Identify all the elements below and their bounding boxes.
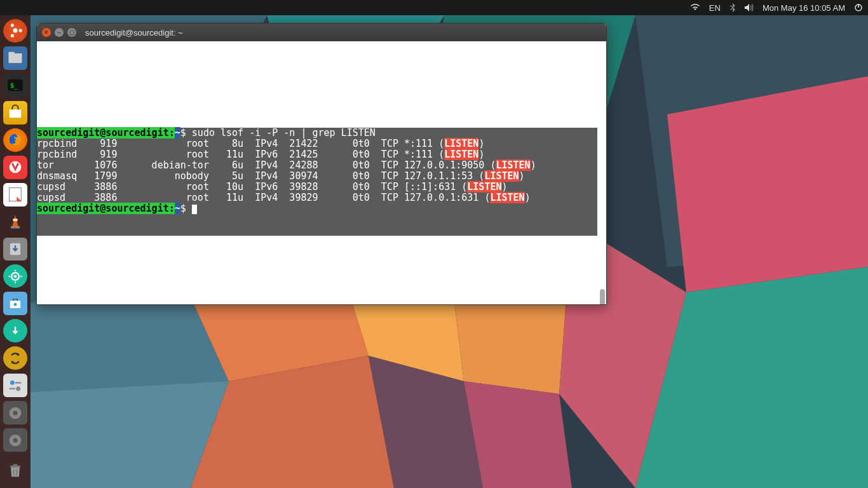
downloads-icon[interactable] — [3, 238, 27, 261]
screenshot-icon[interactable] — [3, 264, 27, 288]
vivaldi-icon[interactable] — [3, 156, 27, 179]
power-icon[interactable] — [854, 3, 863, 12]
svg-marker-15 — [0, 381, 229, 488]
svg-rect-32 — [13, 219, 18, 221]
wifi-icon[interactable] — [690, 4, 700, 11]
window-titlebar[interactable]: ✕ – ▢ sourcedigit@sourcedigit: ~ — [37, 24, 606, 41]
terminal-icon[interactable]: $_ — [3, 74, 27, 97]
window-title: sourcedigit@sourcedigit: ~ — [85, 28, 183, 37]
settings-icon[interactable] — [3, 374, 27, 397]
svg-point-20 — [11, 24, 14, 27]
svg-point-46 — [13, 410, 18, 415]
firefox-icon[interactable] — [3, 128, 27, 152]
sync-icon[interactable] — [3, 346, 27, 370]
help-icon[interactable] — [3, 401, 27, 424]
close-button[interactable]: ✕ — [42, 28, 51, 37]
top-panel: EN Mon May 16 10:05 AM — [0, 0, 868, 15]
terminal-body[interactable]: sourcedigit@sourcedigit:~$ sudo lsof -i … — [37, 41, 606, 304]
update-icon[interactable] — [3, 319, 27, 342]
terminal-output[interactable]: sourcedigit@sourcedigit:~$ sudo lsof -i … — [37, 128, 597, 236]
svg-text:$_: $_ — [10, 81, 18, 90]
svg-point-19 — [19, 29, 22, 32]
language-indicator[interactable]: EN — [709, 3, 721, 13]
svg-rect-17 — [858, 4, 859, 8]
terminal-window[interactable]: ✕ – ▢ sourcedigit@sourcedigit: ~ sourced… — [36, 23, 607, 305]
clock[interactable]: Mon May 16 10:05 AM — [763, 3, 845, 13]
svg-marker-5 — [667, 76, 868, 292]
svg-rect-44 — [10, 388, 15, 389]
scrollbar-thumb[interactable] — [600, 289, 605, 304]
dash-icon[interactable] — [3, 19, 27, 43]
files-icon[interactable] — [3, 46, 27, 70]
trash-icon[interactable] — [3, 459, 27, 483]
svg-marker-14 — [464, 381, 572, 488]
svg-point-38 — [14, 303, 17, 306]
svg-point-18 — [13, 29, 18, 33]
svg-point-43 — [16, 386, 20, 391]
svg-rect-26 — [10, 110, 22, 118]
svg-point-36 — [14, 275, 17, 278]
bluetooth-icon[interactable] — [729, 3, 736, 12]
svg-rect-50 — [13, 464, 18, 466]
svg-rect-49 — [10, 466, 20, 467]
svg-rect-33 — [11, 226, 20, 229]
svg-point-41 — [10, 380, 15, 384]
svg-point-21 — [11, 34, 14, 37]
svg-point-48 — [13, 438, 18, 442]
svg-rect-42 — [15, 382, 21, 383]
volume-icon[interactable] — [745, 4, 754, 11]
help2-icon[interactable] — [3, 428, 27, 452]
maximize-button[interactable]: ▢ — [67, 28, 76, 37]
software-icon[interactable] — [3, 292, 27, 315]
svg-rect-23 — [9, 52, 15, 55]
notes-icon[interactable] — [3, 183, 27, 207]
launcher-dock: $_ — [0, 15, 31, 488]
svg-rect-29 — [10, 188, 22, 201]
vlc-icon[interactable] — [3, 210, 27, 234]
minimize-button[interactable]: – — [55, 28, 64, 37]
store-icon[interactable] — [3, 101, 27, 125]
